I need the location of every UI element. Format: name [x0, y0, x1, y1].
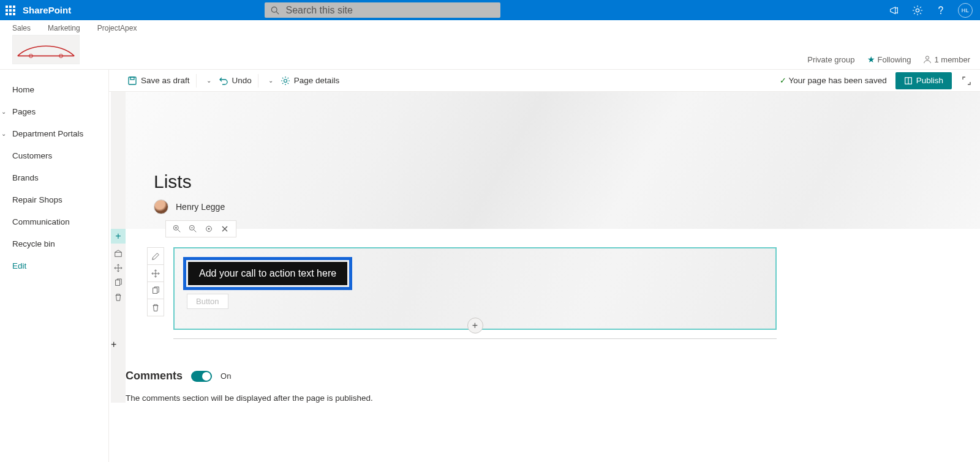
nav-repair-shops[interactable]: Repair Shops — [0, 188, 108, 211]
cta-button[interactable]: Button — [187, 294, 228, 309]
comments-note: The comments section will be displayed a… — [126, 393, 980, 403]
check-icon: ✓ — [780, 76, 786, 85]
zoom-out-icon[interactable] — [187, 223, 199, 235]
star-icon: ★ — [867, 54, 875, 64]
undo-dropdown[interactable]: ⌄ — [265, 77, 277, 84]
author-avatar — [154, 199, 168, 214]
nav-home[interactable]: Home — [0, 78, 108, 100]
delete-webpart-icon[interactable] — [148, 299, 164, 316]
nav-communication[interactable]: Communication — [0, 211, 108, 233]
section-move-icon[interactable] — [111, 261, 126, 275]
follow-button[interactable]: ★Following — [867, 54, 911, 64]
hero-image-toolbar — [165, 220, 236, 237]
comments-toggle[interactable] — [191, 371, 212, 382]
svg-point-22 — [208, 228, 210, 230]
add-section-button[interactable]: + — [111, 339, 126, 350]
section-divider — [173, 338, 777, 339]
publish-button[interactable]: Publish — [895, 72, 952, 89]
chevron-down-icon: ⌄ — [1, 130, 6, 137]
close-icon[interactable] — [219, 223, 231, 235]
nav-pages[interactable]: ⌄Pages — [0, 100, 108, 122]
nav-edit[interactable]: Edit — [0, 255, 108, 277]
svg-line-15 — [178, 230, 181, 233]
user-avatar[interactable]: HL — [958, 3, 973, 18]
cta-text[interactable]: Add your call to action text here — [188, 262, 347, 285]
nav-department-portals[interactable]: ⌄Department Portals — [0, 122, 108, 144]
webpart-toolbar — [147, 247, 164, 316]
svg-point-0 — [272, 7, 277, 12]
save-dropdown[interactable]: ⌄ — [203, 77, 215, 84]
expand-icon[interactable] — [960, 75, 973, 87]
move-webpart-icon[interactable] — [148, 264, 164, 281]
undo-button[interactable]: Undo — [219, 76, 252, 86]
cta-text-selection[interactable]: Add your call to action text here — [183, 257, 352, 290]
nav-brands[interactable]: Brands — [0, 166, 108, 188]
section-duplicate-icon[interactable] — [111, 275, 126, 290]
saved-status: ✓Your page has been saved — [780, 76, 887, 85]
svg-point-9 — [284, 79, 287, 82]
top-nav-item[interactable]: Marketing — [48, 24, 80, 32]
app-launcher-icon[interactable] — [0, 0, 20, 20]
help-icon[interactable] — [935, 4, 947, 17]
comments-toggle-label: On — [221, 371, 231, 381]
search-placeholder: Search this site — [285, 5, 352, 16]
page-author: Henry Legge — [154, 199, 980, 214]
chevron-down-icon: ⌄ — [1, 108, 6, 115]
megaphone-icon[interactable] — [888, 4, 900, 17]
members-button[interactable]: 1 member — [923, 55, 970, 64]
nav-recycle-bin[interactable]: Recycle bin — [0, 233, 108, 255]
suite-bar: SharePoint Search this site HL — [0, 0, 980, 20]
site-top-nav: Sales Marketing ProjectApex — [12, 20, 968, 32]
site-logo[interactable] — [12, 35, 80, 64]
svg-line-19 — [194, 230, 197, 233]
svg-rect-12 — [115, 252, 122, 256]
page-details-button[interactable]: Page details — [281, 76, 339, 86]
privacy-label: Private group — [807, 55, 854, 64]
comments-heading: Comments — [126, 370, 183, 382]
save-draft-button[interactable]: Save as draft — [127, 76, 190, 86]
left-nav: Home ⌄Pages ⌄Department Portals Customer… — [0, 70, 109, 462]
search-icon — [271, 6, 279, 15]
svg-rect-13 — [116, 280, 120, 286]
duplicate-webpart-icon[interactable] — [148, 281, 164, 299]
add-webpart-button[interactable]: + — [467, 318, 483, 333]
save-icon — [127, 76, 137, 86]
top-nav-item[interactable]: ProjectApex — [97, 24, 137, 32]
gear-icon — [281, 76, 290, 86]
person-icon — [923, 55, 932, 64]
command-bar: Save as draft ⌄ Undo ⌄ Page details ✓You… — [109, 70, 980, 92]
section-rail: + — [111, 92, 126, 403]
svg-line-1 — [277, 12, 279, 14]
svg-rect-7 — [129, 77, 136, 84]
gear-icon[interactable] — [911, 4, 924, 17]
add-section-button[interactable]: + — [111, 229, 126, 244]
focal-point-icon[interactable] — [203, 223, 215, 235]
section-delete-icon[interactable] — [111, 290, 126, 305]
svg-point-2 — [916, 9, 919, 12]
svg-rect-23 — [153, 288, 157, 293]
undo-icon — [219, 76, 228, 86]
svg-rect-8 — [130, 77, 134, 80]
page-title[interactable]: Lists — [154, 171, 980, 192]
edit-webpart-icon[interactable] — [148, 247, 164, 264]
page-hero[interactable]: Lists Henry Legge — [126, 92, 980, 229]
brand-label: SharePoint — [23, 5, 71, 15]
zoom-in-icon[interactable] — [171, 223, 183, 235]
site-header: Sales Marketing ProjectApex Private grou… — [0, 20, 980, 70]
search-box[interactable]: Search this site — [265, 2, 500, 18]
publish-icon — [904, 76, 913, 85]
section-edit-icon[interactable] — [111, 246, 126, 261]
svg-point-3 — [940, 13, 941, 14]
nav-customers[interactable]: Customers — [0, 144, 108, 166]
svg-point-6 — [926, 56, 929, 59]
top-nav-item[interactable]: Sales — [12, 24, 31, 32]
cta-webpart[interactable]: Add your call to action text here Button… — [173, 247, 777, 330]
section: Add your call to action text here Button… — [126, 229, 980, 345]
